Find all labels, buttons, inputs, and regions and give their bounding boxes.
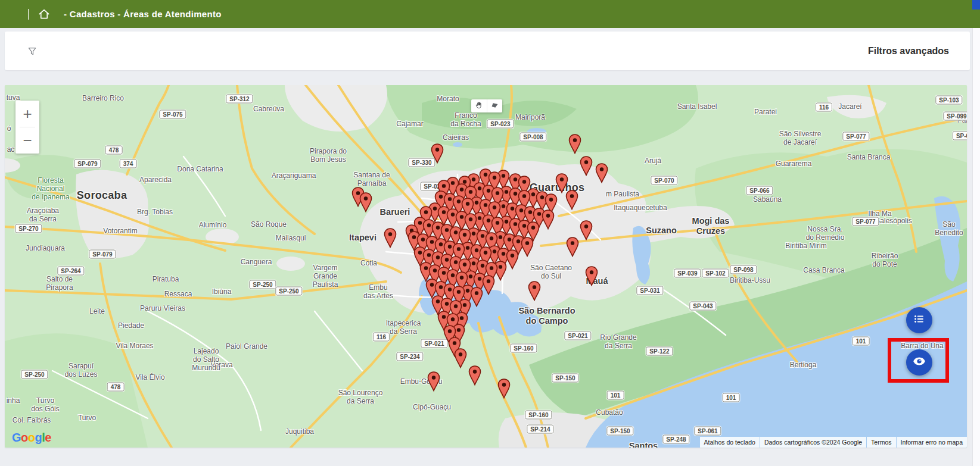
map-marker[interactable] bbox=[431, 143, 444, 164]
map-container[interactable]: tuvaóacBarreiro RicoCabreúvaMoratoFranco… bbox=[5, 85, 967, 448]
map-marker[interactable] bbox=[565, 190, 578, 210]
home-icon[interactable] bbox=[38, 8, 51, 21]
google-logo-letter: o bbox=[21, 431, 28, 444]
terms-link[interactable]: Termos bbox=[867, 437, 895, 448]
scrollbar-thumb[interactable] bbox=[972, 0, 980, 10]
header-divider bbox=[28, 9, 29, 20]
map-marker[interactable] bbox=[470, 287, 483, 307]
map-marker[interactable] bbox=[585, 266, 598, 286]
google-logo-letter: G bbox=[12, 431, 21, 444]
pan-tool-button[interactable] bbox=[471, 99, 487, 112]
draw-polygon-button[interactable] bbox=[487, 99, 503, 112]
map-marker[interactable] bbox=[427, 371, 440, 392]
map-marker[interactable] bbox=[359, 192, 372, 212]
map-marker[interactable] bbox=[482, 275, 495, 295]
map-attribution: Atalhos do teclado Dados cartográficos ©… bbox=[700, 437, 967, 448]
map-marker[interactable] bbox=[580, 156, 593, 176]
advanced-filters-button[interactable]: Filtros avançados bbox=[868, 46, 949, 57]
funnel-icon[interactable] bbox=[27, 46, 38, 57]
bullet-list-icon bbox=[913, 312, 926, 328]
map-marker[interactable] bbox=[384, 228, 397, 248]
map-marker[interactable] bbox=[506, 249, 519, 270]
view-button[interactable] bbox=[906, 349, 932, 376]
map-marker[interactable] bbox=[566, 237, 579, 257]
scrollbar-track[interactable] bbox=[972, 28, 980, 466]
map-marker[interactable] bbox=[580, 220, 593, 240]
app-header: - Cadastros - Áreas de Atendimento bbox=[0, 0, 980, 28]
google-logo-letter: o bbox=[28, 431, 35, 444]
google-logo[interactable]: Google bbox=[12, 431, 51, 445]
map-drawing-control bbox=[471, 99, 502, 112]
eye-icon bbox=[912, 354, 926, 371]
zoom-in-button[interactable]: + bbox=[15, 101, 39, 127]
breadcrumb: - Cadastros - Áreas de Atendimento bbox=[64, 9, 222, 19]
report-error-link[interactable]: Informar erro no mapa bbox=[897, 437, 967, 448]
map-marker[interactable] bbox=[468, 365, 481, 386]
map-data-copyright: Dados cartográficos ©2024 Google bbox=[760, 437, 866, 448]
map-marker[interactable] bbox=[568, 134, 581, 154]
map-marker[interactable] bbox=[497, 379, 511, 399]
google-logo-letter: e bbox=[45, 431, 51, 444]
map-marker[interactable] bbox=[595, 163, 608, 183]
hand-icon bbox=[475, 101, 483, 111]
map-marker[interactable] bbox=[528, 281, 541, 301]
list-button[interactable] bbox=[906, 307, 932, 333]
filter-bar: Filtros avançados bbox=[5, 32, 970, 70]
zoom-out-button[interactable]: − bbox=[15, 127, 39, 154]
map-marker[interactable] bbox=[542, 209, 555, 230]
polygon-icon bbox=[490, 101, 499, 111]
keyboard-shortcuts-link[interactable]: Atalhos do teclado bbox=[700, 437, 760, 448]
map-marker[interactable] bbox=[521, 237, 534, 257]
google-logo-letter: g bbox=[35, 431, 42, 444]
map-zoom-control: + − bbox=[15, 101, 39, 154]
map-marker[interactable] bbox=[454, 348, 467, 368]
